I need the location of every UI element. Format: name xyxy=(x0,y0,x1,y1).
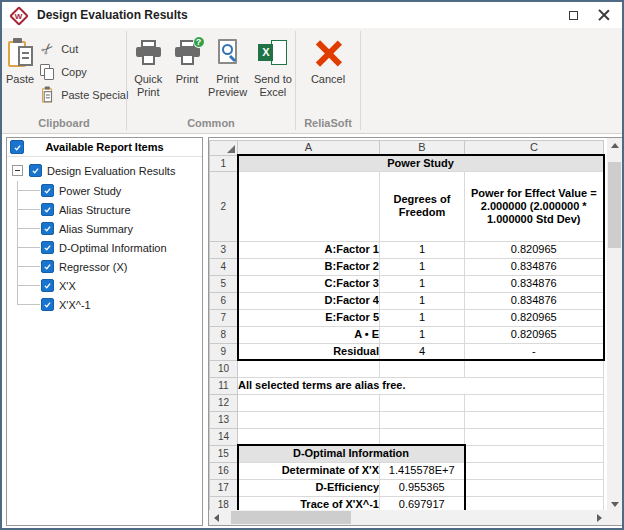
df-header-cell[interactable]: Degrees of Freedom xyxy=(380,171,465,241)
cell-empty[interactable] xyxy=(465,360,604,377)
cell-empty[interactable] xyxy=(465,462,604,479)
row-header[interactable]: 14 xyxy=(210,428,238,445)
d-optimal-title-cell[interactable]: D-Optimal Information xyxy=(238,445,465,462)
checkbox-checked[interactable] xyxy=(41,279,54,292)
term-cell[interactable]: C:Factor 3 xyxy=(238,275,380,292)
column-header-a[interactable]: A xyxy=(238,141,380,156)
cancel-button[interactable]: Cancel xyxy=(301,28,355,86)
df-cell[interactable]: 1 xyxy=(380,275,465,292)
term-cell[interactable]: Residual xyxy=(238,343,380,360)
send-to-excel-button[interactable]: X Send to Excel xyxy=(251,28,295,99)
cut-button[interactable]: ✂ Cut xyxy=(36,37,136,60)
df-cell[interactable]: 1 xyxy=(380,309,465,326)
d-optimal-label-cell[interactable]: Determinate of X'X xyxy=(238,462,380,479)
collapse-icon[interactable] xyxy=(12,165,23,176)
row-header[interactable]: 8 xyxy=(210,326,238,343)
power-study-title-cell[interactable]: Power Study xyxy=(238,155,604,171)
power-cell[interactable]: 0.820965 xyxy=(465,241,604,258)
copy-button[interactable]: Copy xyxy=(36,60,136,83)
tree-root-design-evaluation-results[interactable]: Design Evaluation Results xyxy=(7,160,202,181)
cell-empty[interactable] xyxy=(380,411,465,428)
df-cell[interactable]: 4 xyxy=(380,343,465,360)
tree-item-d-optimal-information[interactable]: D-Optimal Information xyxy=(7,238,202,257)
power-cell[interactable]: 0.834876 xyxy=(465,292,604,309)
df-cell[interactable]: 1 xyxy=(380,292,465,309)
tree-item-xtx[interactable]: X'X xyxy=(7,276,202,295)
cell-empty[interactable] xyxy=(465,428,604,445)
tree-item-alias-summary[interactable]: Alias Summary xyxy=(7,219,202,238)
checkbox-checked[interactable] xyxy=(29,164,42,177)
horizontal-scrollbar[interactable] xyxy=(209,510,607,525)
checkbox-checked[interactable] xyxy=(41,203,54,216)
print-preview-button[interactable]: Print Preview xyxy=(205,28,251,99)
term-cell[interactable]: A • E xyxy=(238,326,380,343)
paste-button[interactable]: Paste xyxy=(6,28,34,86)
select-all-corner[interactable] xyxy=(210,141,238,156)
quick-print-button[interactable]: Quick Print xyxy=(127,28,169,99)
term-cell[interactable]: A:Factor 1 xyxy=(238,241,380,258)
row-header[interactable]: 7 xyxy=(210,309,238,326)
close-button[interactable] xyxy=(588,5,618,25)
row-header[interactable]: 4 xyxy=(210,258,238,275)
tree-item-regressor-x[interactable]: Regressor (X) xyxy=(7,257,202,276)
d-optimal-label-cell[interactable]: D-Efficiency xyxy=(238,479,380,496)
row-header[interactable]: 15 xyxy=(210,445,238,462)
d-optimal-value-cell[interactable]: 0.955365 xyxy=(380,479,465,496)
tree-item-xtx-inverse[interactable]: X'X^-1 xyxy=(7,295,202,314)
row-header[interactable]: 6 xyxy=(210,292,238,309)
checkbox-checked[interactable] xyxy=(41,260,54,273)
checkbox-checked[interactable] xyxy=(41,241,54,254)
power-cell[interactable]: 0.820965 xyxy=(465,309,604,326)
cell-empty[interactable] xyxy=(238,411,380,428)
row-header[interactable]: 2 xyxy=(210,171,238,241)
column-header-b[interactable]: B xyxy=(380,141,465,156)
print-button[interactable]: ? Print xyxy=(169,28,204,86)
cell-empty[interactable] xyxy=(238,394,380,411)
horizontal-scroll-thumb[interactable] xyxy=(231,511,351,524)
row-header[interactable]: 10 xyxy=(210,360,238,377)
row-header[interactable]: 13 xyxy=(210,411,238,428)
cell-empty[interactable] xyxy=(238,360,380,377)
checkbox-checked[interactable] xyxy=(41,298,54,311)
cell-empty[interactable] xyxy=(465,411,604,428)
row-header[interactable]: 12 xyxy=(210,394,238,411)
checkbox-checked[interactable] xyxy=(41,184,54,197)
term-cell[interactable]: D:Factor 4 xyxy=(238,292,380,309)
row-header[interactable]: 17 xyxy=(210,479,238,496)
row-header[interactable]: 16 xyxy=(210,462,238,479)
term-cell[interactable]: E:Factor 5 xyxy=(238,309,380,326)
cell-empty[interactable] xyxy=(380,394,465,411)
power-cell[interactable]: - xyxy=(465,343,604,360)
checkbox-checked[interactable] xyxy=(41,222,54,235)
row-header[interactable]: 5 xyxy=(210,275,238,292)
d-optimal-value-cell[interactable]: 1.415578E+7 xyxy=(380,462,465,479)
cell-empty[interactable] xyxy=(465,445,604,462)
row-header[interactable]: 1 xyxy=(210,155,238,171)
row-header[interactable]: 9 xyxy=(210,343,238,360)
df-cell[interactable]: 1 xyxy=(380,258,465,275)
maximize-button[interactable] xyxy=(558,5,588,25)
df-cell[interactable]: 1 xyxy=(380,241,465,258)
term-cell[interactable]: B:Factor 2 xyxy=(238,258,380,275)
column-header-c[interactable]: C xyxy=(465,141,604,156)
df-cell[interactable]: 1 xyxy=(380,326,465,343)
cell-empty[interactable] xyxy=(238,428,380,445)
row-header[interactable]: 11 xyxy=(210,377,238,394)
tree-item-power-study[interactable]: Power Study xyxy=(7,181,202,200)
cell-empty[interactable] xyxy=(238,171,380,241)
row-header[interactable]: 3 xyxy=(210,241,238,258)
scroll-right-button[interactable] xyxy=(592,510,607,525)
cell-empty[interactable] xyxy=(380,428,465,445)
vertical-scroll-thumb[interactable] xyxy=(608,162,621,248)
tree-item-alias-structure[interactable]: Alias Structure xyxy=(7,200,202,219)
power-cell[interactable]: 0.834876 xyxy=(465,275,604,292)
scroll-left-button[interactable] xyxy=(209,510,224,525)
cell-empty[interactable] xyxy=(465,394,604,411)
cell-empty[interactable] xyxy=(380,360,465,377)
paste-special-button[interactable]: Paste Special xyxy=(36,83,136,106)
power-header-cell[interactable]: Power for Effect Value = 2.000000 (2.000… xyxy=(465,171,604,241)
cell-empty[interactable] xyxy=(465,479,604,496)
vertical-scrollbar[interactable] xyxy=(607,138,622,512)
power-cell[interactable]: 0.820965 xyxy=(465,326,604,343)
alias-note-cell[interactable]: All selected terms are alias free. xyxy=(238,377,604,394)
